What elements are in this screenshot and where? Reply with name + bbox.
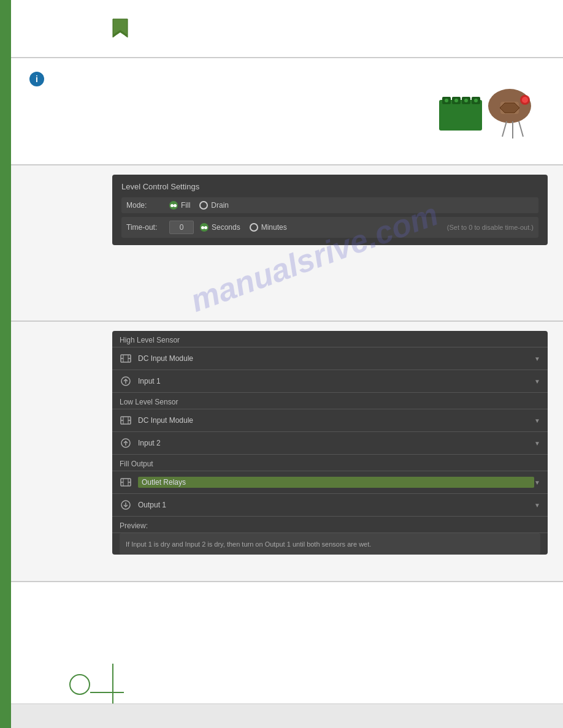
high-level-module-dropdown[interactable]: DC Input Module ▼	[112, 347, 548, 370]
svg-rect-2	[439, 100, 482, 131]
low-level-module-dropdown[interactable]: DC Input Module ▼	[112, 409, 548, 432]
low-input-arrow: ▼	[534, 440, 540, 447]
top-header	[11, 0, 563, 58]
drain-radio-circle	[199, 201, 208, 210]
low-input-text: Input 2	[138, 439, 534, 447]
high-input-text: Input 1	[138, 377, 534, 385]
fill-output-title: Fill Output	[112, 455, 548, 471]
info-icon: i	[29, 72, 44, 86]
outlet-relay-icon	[120, 476, 132, 488]
svg-point-9	[464, 99, 468, 102]
info-section: i	[11, 58, 563, 165]
mode-row: Mode: Fill Drain	[121, 197, 538, 213]
panel-title: Level Control Settings	[121, 182, 538, 191]
minutes-radio-circle	[250, 223, 258, 232]
seconds-radio[interactable]: Seconds	[200, 223, 240, 232]
fill-output-dropdown[interactable]: Output 1 ▼	[112, 494, 548, 517]
fill-label: Fill	[181, 201, 190, 210]
high-module-text: DC Input Module	[138, 354, 534, 363]
svg-line-15	[519, 121, 523, 137]
time-unit-radio-group: Seconds Minutes	[200, 223, 287, 232]
low-level-input-dropdown[interactable]: Input 2 ▼	[112, 432, 548, 455]
sensors-section: High Level Sensor DC Input Module ▼	[11, 322, 563, 582]
callout-high-sensor	[69, 674, 90, 695]
fill-radio-circle	[169, 201, 178, 210]
timeout-label: Time-out:	[126, 223, 169, 232]
preview-title: Preview:	[112, 517, 548, 533]
svg-line-13	[502, 121, 507, 137]
fill-module-text: Outlet Relays	[138, 477, 534, 488]
fill-module-arrow: ▼	[534, 479, 540, 486]
fill-output-module-dropdown[interactable]: Outlet Relays ▼	[112, 471, 548, 494]
high-input-arrow: ▼	[534, 378, 540, 385]
callout-line-high	[90, 692, 124, 693]
input-icon-high	[120, 375, 132, 387]
svg-point-7	[445, 99, 448, 102]
fill-output-arrow: ▼	[534, 502, 540, 509]
bookmark-icon	[109, 18, 131, 40]
input-icon-low	[120, 437, 132, 449]
drain-radio[interactable]: Drain	[199, 201, 229, 210]
preview-box: If Input 1 is dry and Input 2 is dry, th…	[120, 533, 540, 555]
dc-input-icon-low	[120, 414, 132, 427]
fill-radio[interactable]: Fill	[169, 201, 190, 210]
level-control-panel: Level Control Settings Mode: Fill Drain …	[112, 175, 548, 245]
low-module-arrow: ▼	[534, 417, 540, 424]
dc-input-icon-high	[120, 352, 132, 365]
seconds-radio-circle	[200, 223, 209, 232]
high-level-input-dropdown[interactable]: Input 1 ▼	[112, 370, 548, 393]
timeout-input[interactable]	[169, 221, 194, 234]
preview-text: If Input 1 is dry and Input 2 is dry, th…	[126, 540, 371, 548]
mode-radio-group: Fill Drain	[169, 201, 229, 210]
svg-point-10	[474, 99, 478, 102]
minutes-radio[interactable]: Minutes	[250, 223, 287, 232]
output-icon	[120, 499, 132, 511]
level-control-section: Level Control Settings Mode: Fill Drain …	[11, 165, 563, 322]
bottom-footer	[11, 703, 563, 728]
left-sidebar	[0, 0, 11, 728]
high-module-arrow: ▼	[534, 355, 540, 362]
sensor-image	[434, 70, 545, 141]
svg-point-8	[454, 99, 458, 102]
timeout-note: (Set to 0 to disable time-out.)	[447, 224, 534, 231]
low-module-text: DC Input Module	[138, 416, 534, 425]
high-level-title: High Level Sensor	[112, 331, 548, 347]
minutes-label: Minutes	[261, 223, 287, 232]
drain-label: Drain	[211, 201, 229, 210]
mode-label: Mode:	[126, 201, 169, 210]
low-level-title: Low Level Sensor	[112, 393, 548, 409]
timeout-row: Time-out: Seconds Minutes (Set to 0 to d…	[121, 217, 538, 238]
fill-output-text: Output 1	[138, 501, 534, 509]
svg-point-17	[522, 97, 528, 103]
sensors-panel: High Level Sensor DC Input Module ▼	[112, 331, 548, 555]
seconds-label: Seconds	[212, 223, 240, 232]
